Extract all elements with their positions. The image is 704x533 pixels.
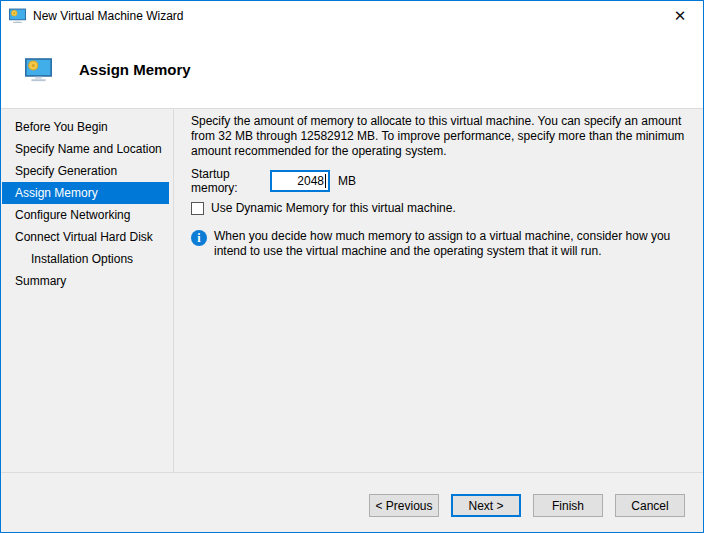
info-note-row: i When you decide how much memory to ass… xyxy=(191,229,699,259)
sidebar-item-connect-virtual-hard-disk[interactable]: Connect Virtual Hard Disk xyxy=(2,226,169,248)
close-button[interactable]: ✕ xyxy=(657,1,703,31)
sidebar-item-summary[interactable]: Summary xyxy=(2,270,169,292)
startup-memory-input[interactable] xyxy=(270,170,330,192)
dynamic-memory-checkbox[interactable] xyxy=(191,202,204,215)
sidebar-item-specify-generation[interactable]: Specify Generation xyxy=(2,160,169,182)
dynamic-memory-row: Use Dynamic Memory for this virtual mach… xyxy=(191,201,699,215)
startup-memory-row: Startup memory: MB xyxy=(191,169,699,192)
info-note-text: When you decide how much memory to assig… xyxy=(214,229,699,259)
memory-description: Specify the amount of memory to allocate… xyxy=(191,114,693,159)
previous-button[interactable]: < Previous xyxy=(369,494,439,517)
main-area: Before You BeginSpecify Name and Locatio… xyxy=(1,108,703,472)
finish-button[interactable]: Finish xyxy=(533,494,603,517)
vm-monitor-icon-large xyxy=(25,58,52,82)
sidebar-item-assign-memory[interactable]: Assign Memory xyxy=(2,182,169,204)
info-icon: i xyxy=(191,230,207,246)
dynamic-memory-label: Use Dynamic Memory for this virtual mach… xyxy=(211,201,456,215)
wizard-steps-sidebar: Before You BeginSpecify Name and Locatio… xyxy=(1,109,174,472)
startup-memory-label: Startup memory: xyxy=(191,167,269,195)
vm-monitor-icon xyxy=(9,8,26,24)
sidebar-item-configure-networking[interactable]: Configure Networking xyxy=(2,204,169,226)
page-title: Assign Memory xyxy=(79,61,191,78)
sidebar-item-specify-name-and-location[interactable]: Specify Name and Location xyxy=(2,138,169,160)
footer-button-bar: < PreviousNext >FinishCancel xyxy=(1,472,703,532)
sidebar-item-installation-options[interactable]: Installation Options xyxy=(2,248,169,270)
window-title: New Virtual Machine Wizard xyxy=(33,9,184,23)
wizard-window: New Virtual Machine Wizard ✕ Assign Memo… xyxy=(0,0,704,533)
startup-memory-input-wrap xyxy=(270,170,330,192)
page-header: Assign Memory xyxy=(1,31,703,108)
memory-unit-label: MB xyxy=(338,174,356,188)
content-pane: Specify the amount of memory to allocate… xyxy=(174,109,704,472)
cancel-button[interactable]: Cancel xyxy=(615,494,685,517)
next-button[interactable]: Next > xyxy=(451,494,521,517)
sidebar-item-before-you-begin[interactable]: Before You Begin xyxy=(2,116,169,138)
titlebar: New Virtual Machine Wizard ✕ xyxy=(1,1,703,31)
text-cursor xyxy=(325,174,326,188)
